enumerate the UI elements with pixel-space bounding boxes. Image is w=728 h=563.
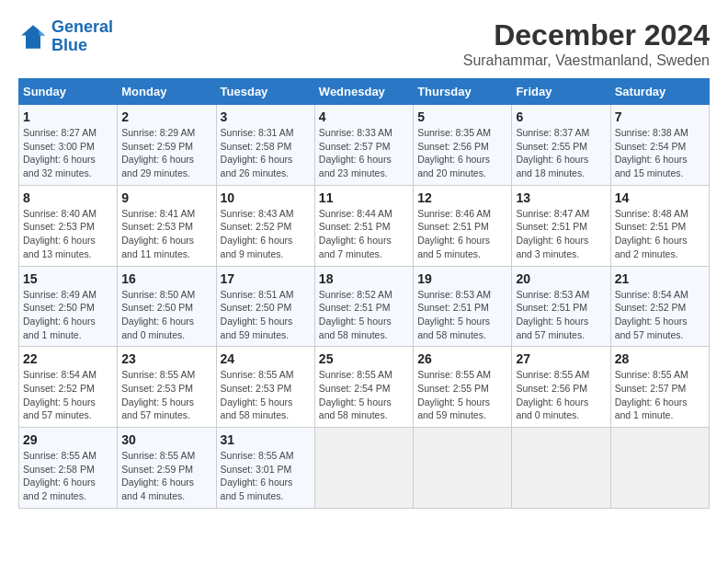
day-info: Sunrise: 8:27 AMSunset: 3:00 PMDaylight:… (23, 126, 113, 180)
page-subtitle: Surahammar, Vaestmanland, Sweden (463, 52, 710, 69)
header-day-thursday: Thursday (414, 79, 512, 105)
calendar-cell: 23Sunrise: 8:55 AMSunset: 2:53 PMDayligh… (118, 347, 216, 428)
day-number: 19 (417, 271, 507, 286)
svg-marker-0 (21, 25, 45, 49)
calendar-cell: 18Sunrise: 8:52 AMSunset: 2:51 PMDayligh… (314, 266, 413, 347)
day-number: 23 (121, 351, 211, 366)
day-number: 29 (23, 432, 113, 447)
calendar-week-3: 15Sunrise: 8:49 AMSunset: 2:50 PMDayligh… (19, 266, 710, 347)
day-info: Sunrise: 8:49 AMSunset: 2:50 PMDaylight:… (23, 288, 113, 342)
header-day-friday: Friday (512, 79, 610, 105)
day-number: 20 (516, 271, 606, 286)
header-day-sunday: Sunday (19, 79, 118, 105)
calendar-week-2: 8Sunrise: 8:40 AMSunset: 2:53 PMDaylight… (19, 185, 710, 266)
calendar-cell: 30Sunrise: 8:55 AMSunset: 2:59 PMDayligh… (118, 428, 216, 509)
day-info: Sunrise: 8:31 AMSunset: 2:58 PMDaylight:… (221, 126, 311, 180)
calendar-cell: 24Sunrise: 8:55 AMSunset: 2:53 PMDayligh… (216, 347, 314, 428)
day-number: 8 (23, 190, 113, 205)
calendar-cell: 28Sunrise: 8:55 AMSunset: 2:57 PMDayligh… (610, 347, 709, 428)
day-number: 31 (221, 432, 311, 447)
day-info: Sunrise: 8:35 AMSunset: 2:56 PMDaylight:… (417, 126, 507, 180)
calendar-cell: 4Sunrise: 8:33 AMSunset: 2:57 PMDaylight… (314, 105, 413, 186)
header-day-wednesday: Wednesday (314, 79, 413, 105)
day-number: 21 (615, 271, 705, 286)
day-number: 1 (23, 109, 113, 124)
day-number: 27 (516, 351, 606, 366)
calendar-cell: 10Sunrise: 8:43 AMSunset: 2:52 PMDayligh… (216, 185, 314, 266)
day-number: 28 (615, 351, 705, 366)
day-number: 5 (417, 109, 507, 124)
calendar-header: SundayMondayTuesdayWednesdayThursdayFrid… (19, 79, 710, 105)
calendar-week-1: 1Sunrise: 8:27 AMSunset: 3:00 PMDaylight… (19, 105, 710, 186)
day-info: Sunrise: 8:48 AMSunset: 2:51 PMDaylight:… (615, 207, 705, 261)
header-row: SundayMondayTuesdayWednesdayThursdayFrid… (19, 79, 710, 105)
day-info: Sunrise: 8:37 AMSunset: 2:55 PMDaylight:… (516, 126, 606, 180)
day-info: Sunrise: 8:29 AMSunset: 2:59 PMDaylight:… (121, 126, 211, 180)
day-info: Sunrise: 8:38 AMSunset: 2:54 PMDaylight:… (615, 126, 705, 180)
calendar-cell: 14Sunrise: 8:48 AMSunset: 2:51 PMDayligh… (610, 185, 709, 266)
calendar-cell: 7Sunrise: 8:38 AMSunset: 2:54 PMDaylight… (610, 105, 709, 186)
day-number: 24 (221, 351, 311, 366)
calendar-cell: 3Sunrise: 8:31 AMSunset: 2:58 PMDaylight… (216, 105, 314, 186)
calendar-cell: 8Sunrise: 8:40 AMSunset: 2:53 PMDaylight… (19, 185, 118, 266)
day-info: Sunrise: 8:54 AMSunset: 2:52 PMDaylight:… (23, 368, 113, 422)
day-info: Sunrise: 8:41 AMSunset: 2:53 PMDaylight:… (121, 207, 211, 261)
page-title: December 2024 (463, 18, 710, 52)
calendar-week-4: 22Sunrise: 8:54 AMSunset: 2:52 PMDayligh… (19, 347, 710, 428)
day-number: 18 (319, 271, 409, 286)
day-info: Sunrise: 8:55 AMSunset: 2:54 PMDaylight:… (319, 368, 409, 422)
day-number: 17 (221, 271, 311, 286)
calendar-cell: 13Sunrise: 8:47 AMSunset: 2:51 PMDayligh… (512, 185, 610, 266)
day-number: 26 (417, 351, 507, 366)
calendar-cell: 17Sunrise: 8:51 AMSunset: 2:50 PMDayligh… (216, 266, 314, 347)
calendar-cell: 22Sunrise: 8:54 AMSunset: 2:52 PMDayligh… (19, 347, 118, 428)
day-number: 2 (121, 109, 211, 124)
calendar-cell (512, 428, 610, 509)
header-day-monday: Monday (118, 79, 216, 105)
calendar-cell: 5Sunrise: 8:35 AMSunset: 2:56 PMDaylight… (414, 105, 512, 186)
calendar-cell: 27Sunrise: 8:55 AMSunset: 2:56 PMDayligh… (512, 347, 610, 428)
day-info: Sunrise: 8:46 AMSunset: 2:51 PMDaylight:… (417, 207, 507, 261)
logo-line2: Blue (51, 36, 87, 54)
day-number: 6 (516, 109, 606, 124)
calendar-body: 1Sunrise: 8:27 AMSunset: 3:00 PMDaylight… (19, 105, 710, 509)
day-number: 3 (221, 109, 311, 124)
day-info: Sunrise: 8:55 AMSunset: 2:57 PMDaylight:… (615, 368, 705, 422)
day-info: Sunrise: 8:51 AMSunset: 2:50 PMDaylight:… (221, 288, 311, 342)
logo-icon (18, 22, 48, 52)
calendar-table: SundayMondayTuesdayWednesdayThursdayFrid… (18, 78, 710, 509)
day-info: Sunrise: 8:50 AMSunset: 2:50 PMDaylight:… (121, 288, 211, 342)
day-info: Sunrise: 8:55 AMSunset: 2:56 PMDaylight:… (516, 368, 606, 422)
day-number: 25 (319, 351, 409, 366)
day-info: Sunrise: 8:53 AMSunset: 2:51 PMDaylight:… (417, 288, 507, 342)
calendar-cell: 12Sunrise: 8:46 AMSunset: 2:51 PMDayligh… (414, 185, 512, 266)
day-number: 4 (319, 109, 409, 124)
page-header: General Blue December 2024 Surahammar, V… (18, 18, 710, 69)
day-number: 30 (121, 432, 211, 447)
day-number: 7 (615, 109, 705, 124)
day-info: Sunrise: 8:55 AMSunset: 2:53 PMDaylight:… (121, 368, 211, 422)
calendar-cell: 25Sunrise: 8:55 AMSunset: 2:54 PMDayligh… (314, 347, 413, 428)
day-info: Sunrise: 8:55 AMSunset: 2:55 PMDaylight:… (417, 368, 507, 422)
calendar-cell: 19Sunrise: 8:53 AMSunset: 2:51 PMDayligh… (414, 266, 512, 347)
day-info: Sunrise: 8:55 AMSunset: 2:53 PMDaylight:… (221, 368, 311, 422)
calendar-cell: 21Sunrise: 8:54 AMSunset: 2:52 PMDayligh… (610, 266, 709, 347)
header-day-tuesday: Tuesday (216, 79, 314, 105)
calendar-cell: 20Sunrise: 8:53 AMSunset: 2:51 PMDayligh… (512, 266, 610, 347)
day-info: Sunrise: 8:33 AMSunset: 2:57 PMDaylight:… (319, 126, 409, 180)
day-info: Sunrise: 8:52 AMSunset: 2:51 PMDaylight:… (319, 288, 409, 342)
day-number: 12 (417, 190, 507, 205)
day-info: Sunrise: 8:54 AMSunset: 2:52 PMDaylight:… (615, 288, 705, 342)
calendar-cell: 6Sunrise: 8:37 AMSunset: 2:55 PMDaylight… (512, 105, 610, 186)
logo-text: General Blue (51, 18, 113, 55)
logo-line1: General (51, 17, 113, 36)
calendar-cell: 16Sunrise: 8:50 AMSunset: 2:50 PMDayligh… (118, 266, 216, 347)
calendar-cell: 11Sunrise: 8:44 AMSunset: 2:51 PMDayligh… (314, 185, 413, 266)
calendar-cell: 26Sunrise: 8:55 AMSunset: 2:55 PMDayligh… (414, 347, 512, 428)
day-number: 13 (516, 190, 606, 205)
calendar-cell: 1Sunrise: 8:27 AMSunset: 3:00 PMDaylight… (19, 105, 118, 186)
day-info: Sunrise: 8:55 AMSunset: 2:58 PMDaylight:… (23, 449, 113, 503)
day-info: Sunrise: 8:44 AMSunset: 2:51 PMDaylight:… (319, 207, 409, 261)
calendar-cell (610, 428, 709, 509)
day-number: 22 (23, 351, 113, 366)
